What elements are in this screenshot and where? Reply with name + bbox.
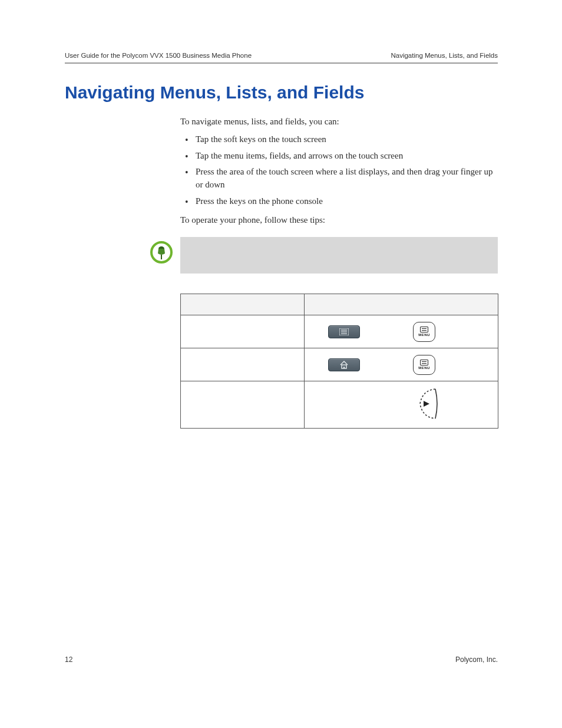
table-header	[305, 294, 498, 315]
note-callout	[143, 237, 498, 274]
page-footer: 12 Polycom, Inc.	[65, 655, 498, 664]
header-left: User Guide for the Polycom VVX 1500 Busi…	[65, 52, 252, 59]
menu-hardkey-icon: MENU	[413, 322, 435, 342]
list-item: Press the keys on the phone console	[180, 195, 498, 208]
header-right: Navigating Menus, Lists, and Fields	[391, 52, 498, 59]
menu-hardkey-icon: MENU	[413, 355, 435, 375]
list-item: Tap the menu items, fields, and arrows o…	[180, 150, 498, 163]
table-cell	[181, 348, 305, 381]
footer-company: Polycom, Inc.	[455, 655, 498, 664]
section-title: Navigating Menus, Lists, and Fields	[65, 83, 498, 103]
page-header: User Guide for the Polycom VVX 1500 Busi…	[65, 52, 498, 64]
body-column: To navigate menus, lists, and fields, yo…	[180, 116, 498, 226]
bullet-list: Tap the soft keys on the touch screen Ta…	[180, 133, 498, 208]
tips-intro: To operate your phone, follow these tips…	[180, 214, 498, 227]
list-item: Press the area of the touch screen where…	[180, 166, 498, 192]
table-cell: MENU	[305, 348, 498, 381]
left-arrow-key-icon	[412, 387, 440, 421]
list-item: Tap the soft keys on the touch screen	[180, 133, 498, 146]
intro-paragraph: To navigate menus, lists, and fields, yo…	[180, 116, 498, 129]
table-cell	[181, 315, 305, 348]
svg-rect-2	[161, 255, 162, 259]
table-cell: MENU	[305, 315, 498, 348]
table-cell	[181, 381, 305, 429]
page-number: 12	[65, 655, 72, 664]
menu-softkey-icon	[328, 325, 360, 338]
svg-rect-8	[343, 367, 345, 368]
navigation-table: MENU	[180, 294, 498, 429]
table-cell	[305, 381, 498, 429]
pushpin-icon	[150, 241, 173, 266]
table-header	[181, 294, 305, 315]
note-box	[180, 237, 498, 274]
home-softkey-icon	[328, 358, 360, 371]
